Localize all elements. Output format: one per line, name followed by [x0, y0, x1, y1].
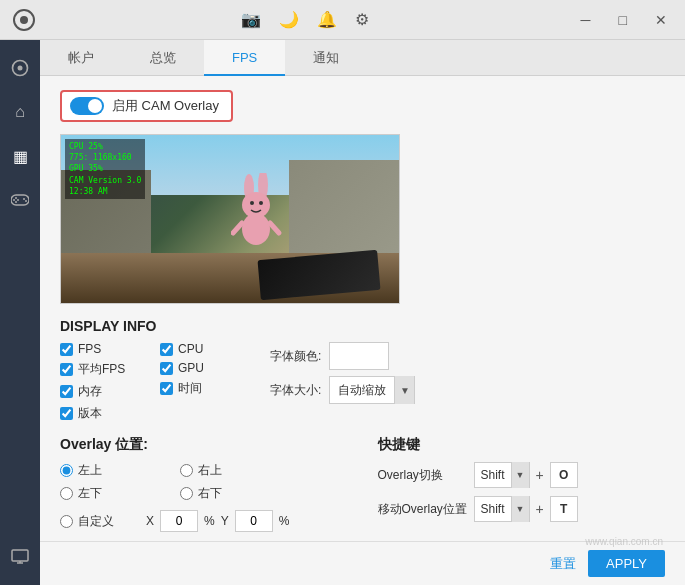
- svg-point-1: [20, 16, 28, 24]
- reset-button[interactable]: 重置: [550, 555, 576, 573]
- font-size-row: 字体大小: 自动缩放 ▼: [270, 376, 415, 404]
- apply-button[interactable]: APPLY: [588, 550, 665, 577]
- main-layout: ⌂ ▦: [0, 40, 685, 585]
- svg-point-11: [25, 200, 27, 202]
- hotkey-overlay-modifier[interactable]: Shift ▼: [474, 462, 530, 488]
- checkbox-fps[interactable]: FPS: [60, 342, 150, 356]
- display-info-title: DISPLAY INFO: [60, 318, 665, 334]
- display-info-row: FPS 平均FPS 内存: [60, 342, 665, 422]
- radio-bottom-left[interactable]: 左下: [60, 485, 170, 502]
- cam-overlay-toggle[interactable]: [70, 97, 104, 115]
- x-label: X: [146, 514, 154, 528]
- sidebar-item-display[interactable]: [2, 539, 38, 575]
- checkbox-memory[interactable]: 内存: [60, 383, 150, 400]
- hotkey-section: 快捷键 Overlay切换 Shift ▼ + O 移动Overlay位置: [378, 436, 666, 541]
- bell-icon[interactable]: 🔔: [317, 10, 337, 29]
- checkboxes-area: FPS 平均FPS 内存: [60, 342, 250, 422]
- bottom-content: Overlay 位置: 左上 右上: [60, 436, 665, 541]
- sidebar-item-monitor[interactable]: ▦: [2, 138, 38, 174]
- radio-custom[interactable]: 自定义: [60, 513, 140, 530]
- hotkey-overlay-label: Overlay切换: [378, 467, 468, 484]
- svg-point-6: [15, 197, 17, 199]
- main-window: 📷 🌙 🔔 ⚙ ─ □ ✕ ⌂ ▦: [0, 0, 685, 585]
- x-percent: %: [204, 514, 215, 528]
- position-title: Overlay 位置:: [60, 436, 348, 454]
- content-area: 帐户 总览 FPS 通知 启用 CAM Overlay: [40, 40, 685, 585]
- hotkey-move-key[interactable]: T: [550, 496, 578, 522]
- font-size-arrow-icon: ▼: [394, 376, 414, 404]
- game-screenshot: CPU 25% 775: 1168x160 GPU 35% CAM Versio…: [60, 134, 400, 304]
- svg-point-20: [242, 213, 270, 245]
- title-bar-icons: 📷 🌙 🔔 ⚙: [241, 10, 369, 29]
- tab-notify[interactable]: 通知: [285, 40, 367, 76]
- svg-point-8: [13, 199, 15, 201]
- svg-rect-12: [12, 550, 28, 561]
- radio-grid: 左上 右上 左下 右下: [60, 462, 348, 502]
- bottom-action-row: 重置 APPLY www.qian.com.cn: [40, 541, 685, 585]
- camera-icon[interactable]: 📷: [241, 10, 261, 29]
- y-input[interactable]: [235, 510, 273, 532]
- checkbox-version[interactable]: 版本: [60, 405, 150, 422]
- minimize-button[interactable]: ─: [575, 10, 597, 30]
- checkbox-avg-fps[interactable]: 平均FPS: [60, 361, 150, 378]
- gear-icon[interactable]: ⚙: [355, 10, 369, 29]
- svg-point-3: [18, 66, 23, 71]
- svg-line-21: [233, 223, 242, 233]
- moon-icon[interactable]: 🌙: [279, 10, 299, 29]
- tab-fps[interactable]: FPS: [204, 40, 285, 76]
- page-content: 启用 CAM Overlay: [40, 76, 685, 541]
- svg-point-19: [259, 201, 263, 205]
- hotkey-row-1: Overlay切换 Shift ▼ + O: [378, 462, 666, 488]
- font-color-row: 字体颜色:: [270, 342, 415, 370]
- hotkey-move-label: 移动Overlay位置: [378, 501, 468, 518]
- hotkey-overlay-key[interactable]: O: [550, 462, 578, 488]
- title-bar: 📷 🌙 🔔 ⚙ ─ □ ✕: [0, 0, 685, 40]
- overlay-toggle-section: 启用 CAM Overlay: [60, 90, 665, 122]
- tab-account[interactable]: 帐户: [40, 40, 122, 76]
- game-hud-overlay: CPU 25% 775: 1168x160 GPU 35% CAM Versio…: [65, 139, 145, 199]
- font-settings: 字体颜色: 字体大小: 自动缩放 ▼: [270, 342, 415, 404]
- title-bar-left: [12, 8, 36, 32]
- checkbox-time[interactable]: 时间: [160, 380, 250, 397]
- maximize-button[interactable]: □: [613, 10, 633, 30]
- svg-point-7: [15, 201, 17, 203]
- custom-position-row: 自定义 X % Y %: [60, 510, 348, 532]
- toggle-container: 启用 CAM Overlay: [60, 90, 233, 122]
- display-info-section: DISPLAY INFO FPS 平均FPS: [60, 318, 665, 422]
- title-bar-controls: ─ □ ✕: [575, 10, 673, 30]
- app-logo-icon: [12, 8, 36, 32]
- plus-icon-1: +: [536, 467, 544, 483]
- x-input[interactable]: [160, 510, 198, 532]
- svg-line-22: [270, 223, 279, 233]
- radio-top-right[interactable]: 右上: [180, 462, 290, 479]
- svg-point-9: [17, 199, 19, 201]
- y-label: Y: [221, 514, 229, 528]
- game-character: [231, 173, 286, 256]
- font-color-label: 字体颜色:: [270, 348, 321, 365]
- radio-bottom-right[interactable]: 右下: [180, 485, 290, 502]
- radio-top-left[interactable]: 左上: [60, 462, 170, 479]
- checkbox-gpu[interactable]: GPU: [160, 361, 250, 375]
- sidebar: ⌂ ▦: [0, 40, 40, 585]
- svg-point-10: [23, 198, 25, 200]
- sidebar-item-logo[interactable]: [2, 50, 38, 86]
- plus-icon-2: +: [536, 501, 544, 517]
- hotkey-row-2: 移动Overlay位置 Shift ▼ + T: [378, 496, 666, 522]
- nav-tabs: 帐户 总览 FPS 通知: [40, 40, 685, 76]
- close-button[interactable]: ✕: [649, 10, 673, 30]
- hotkey-move-modifier[interactable]: Shift ▼: [474, 496, 530, 522]
- hotkey-move-arrow-icon: ▼: [511, 496, 529, 522]
- font-size-select[interactable]: 自动缩放 ▼: [329, 376, 415, 404]
- watermark: www.qian.com.cn: [585, 536, 663, 547]
- y-percent: %: [279, 514, 290, 528]
- tab-overview[interactable]: 总览: [122, 40, 204, 76]
- checkboxes-col-2: CPU GPU 时间: [160, 342, 250, 422]
- sidebar-item-gamepad[interactable]: [2, 182, 38, 218]
- hotkey-modifier-arrow-icon: ▼: [511, 462, 529, 488]
- sidebar-item-home[interactable]: ⌂: [2, 94, 38, 130]
- cam-overlay-label: 启用 CAM Overlay: [112, 97, 219, 115]
- checkbox-cpu[interactable]: CPU: [160, 342, 250, 356]
- font-color-picker[interactable]: [329, 342, 389, 370]
- checkboxes-col-1: FPS 平均FPS 内存: [60, 342, 150, 422]
- hotkey-title: 快捷键: [378, 436, 666, 454]
